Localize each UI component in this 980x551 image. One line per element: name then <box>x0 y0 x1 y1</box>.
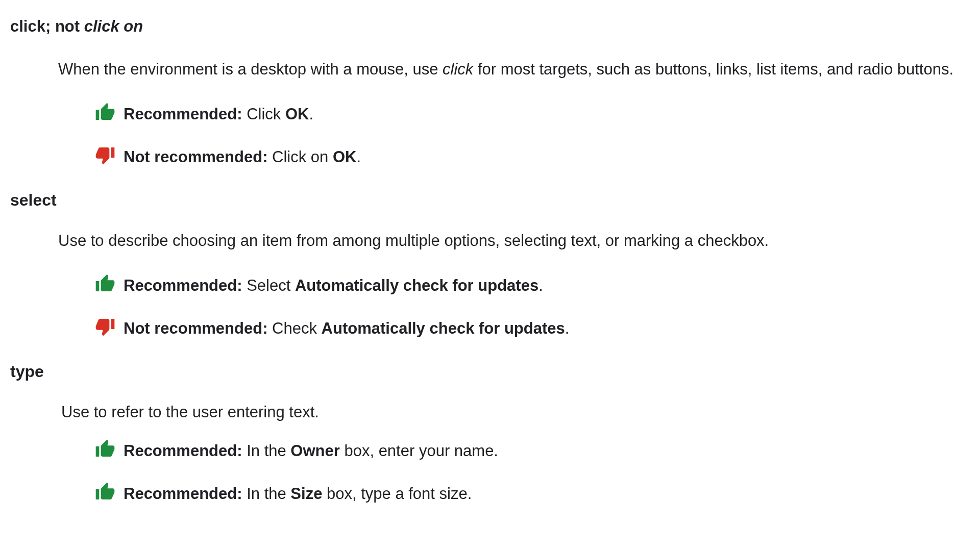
term-description: When the environment is a desktop with a… <box>58 57 970 82</box>
example-text: Recommended: In the Size box, type a fon… <box>124 482 472 506</box>
label-not-recommended: Not recommended: <box>124 148 267 166</box>
label-recommended: Recommended: <box>124 442 242 460</box>
term-title: type <box>10 359 970 385</box>
example-recommended: Recommended: In the Size box, type a fon… <box>94 482 970 506</box>
thumb-down-icon <box>94 145 116 165</box>
example-recommended: Recommended: Select Automatically check … <box>94 273 970 298</box>
example-text: Not recommended: Click on OK. <box>124 145 361 169</box>
example-recommended: Recommended: Click OK. <box>94 102 970 127</box>
thumb-up-icon <box>94 102 116 122</box>
label-not-recommended: Not recommended: <box>124 319 267 337</box>
examples-list: Recommended: Click OK.Not recommended: C… <box>94 102 970 169</box>
thumb-down-icon <box>94 316 116 337</box>
style-guide-page: click; not click onWhen the environment … <box>0 14 980 506</box>
label-recommended: Recommended: <box>124 105 242 123</box>
example-text: Recommended: Select Automatically check … <box>124 273 543 298</box>
term-title: click; not click on <box>10 14 970 39</box>
label-recommended: Recommended: <box>124 277 242 294</box>
style-section: click; not click onWhen the environment … <box>10 14 970 169</box>
style-section: selectUse to describe choosing an item f… <box>10 188 970 341</box>
example-text: Not recommended: Check Automatically che… <box>124 316 569 341</box>
thumb-up-icon <box>94 439 116 459</box>
example-text: Recommended: In the Owner box, enter you… <box>124 439 498 463</box>
examples-list: Recommended: Select Automatically check … <box>94 273 970 341</box>
term-description: Use to refer to the user entering text. <box>61 400 970 424</box>
thumb-up-icon <box>94 482 116 502</box>
thumb-up-icon <box>94 273 116 294</box>
label-recommended: Recommended: <box>124 485 242 503</box>
examples-list: Recommended: In the Owner box, enter you… <box>94 439 970 506</box>
example-not-recommended: Not recommended: Check Automatically che… <box>94 316 970 341</box>
example-not-recommended: Not recommended: Click on OK. <box>94 145 970 169</box>
term-description: Use to describe choosing an item from am… <box>58 229 970 253</box>
example-recommended: Recommended: In the Owner box, enter you… <box>94 439 970 463</box>
example-text: Recommended: Click OK. <box>124 102 313 127</box>
term-title: select <box>10 188 970 213</box>
style-section: typeUse to refer to the user entering te… <box>10 359 970 506</box>
